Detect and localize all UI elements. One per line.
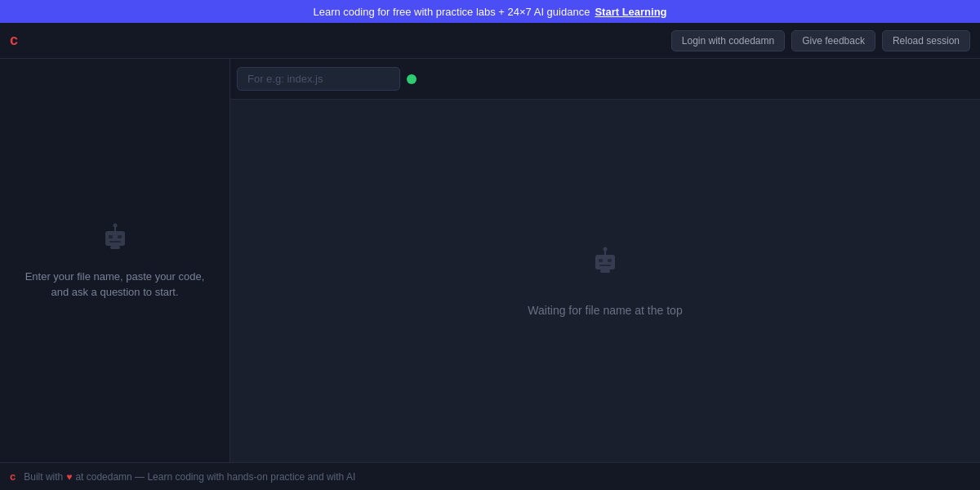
- svg-point-9: [604, 247, 608, 252]
- footer-built-with: Built with: [24, 471, 63, 483]
- reload-session-button[interactable]: Reload session: [882, 30, 970, 51]
- svg-rect-12: [599, 265, 611, 266]
- svg-rect-7: [595, 255, 615, 270]
- svg-rect-4: [118, 235, 122, 238]
- svg-rect-3: [109, 235, 113, 238]
- footer-rest-text: at codedamn — Learn coding with hands-on…: [75, 471, 355, 483]
- header: c Login with codedamn Give feedback Relo…: [0, 23, 980, 59]
- footer-heart-icon: ♥: [66, 471, 72, 483]
- feedback-button[interactable]: Give feedback: [791, 30, 875, 51]
- svg-rect-0: [105, 231, 125, 246]
- right-content: Waiting for file name at the top: [230, 100, 980, 462]
- robot-icon-left: [99, 221, 131, 257]
- header-actions: Login with codedamn Give feedback Reload…: [671, 30, 970, 51]
- banner-text: Learn coding for free with practice labs…: [313, 6, 590, 18]
- login-button[interactable]: Login with codedamn: [671, 30, 785, 51]
- svg-rect-11: [608, 259, 612, 262]
- banner-cta[interactable]: Start Learning: [595, 6, 666, 18]
- footer: c Built with ♥ at codedamn — Learn codin…: [0, 462, 980, 490]
- footer-logo: c: [10, 470, 16, 483]
- waiting-text: Waiting for file name at the top: [528, 304, 682, 317]
- svg-rect-5: [109, 241, 121, 243]
- left-panel-description: Enter your file name, paste your code, a…: [16, 269, 213, 301]
- svg-rect-6: [110, 246, 120, 249]
- robot-icon-right: [589, 245, 621, 281]
- right-panel: Waiting for file name at the top: [230, 59, 980, 462]
- svg-point-2: [113, 223, 117, 227]
- svg-rect-10: [599, 259, 603, 262]
- main-layout: Enter your file name, paste your code, a…: [0, 59, 980, 462]
- top-banner: Learn coding for free with practice labs…: [0, 0, 980, 23]
- filename-input[interactable]: [237, 67, 400, 91]
- svg-rect-13: [600, 270, 610, 273]
- status-dot: [407, 74, 416, 84]
- filename-bar: [230, 59, 980, 100]
- logo: c: [10, 32, 18, 49]
- left-panel: Enter your file name, paste your code, a…: [0, 59, 230, 462]
